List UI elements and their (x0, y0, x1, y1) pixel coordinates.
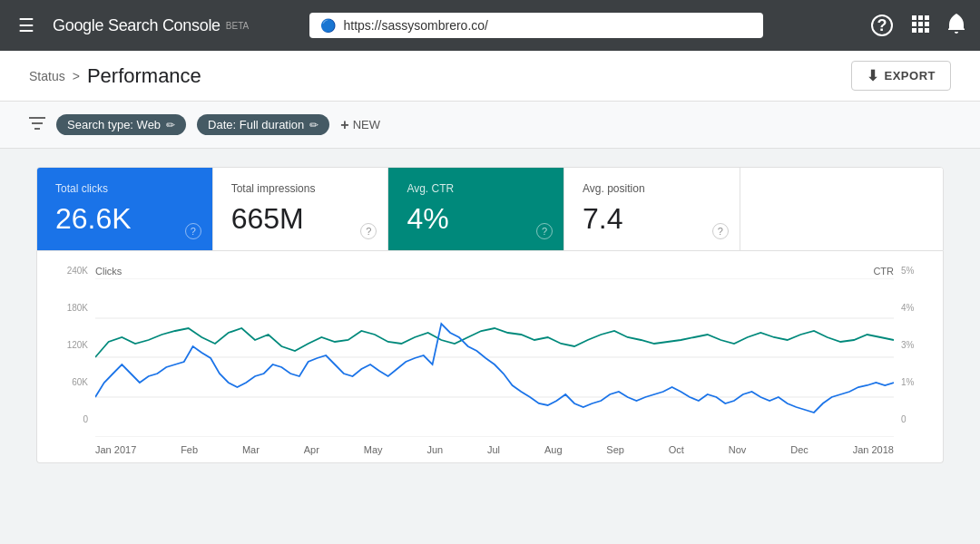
logo: Google Search ConsoleBETA (53, 16, 249, 35)
x-label-3: Apr (304, 444, 319, 455)
stat-ctr-help-icon[interactable]: ? (536, 223, 553, 239)
stat-clicks-help-icon[interactable]: ? (185, 223, 201, 239)
filter-bar: Search type: Web ✏ Date: Full duration ✏… (0, 102, 980, 149)
chart-svg (95, 278, 894, 437)
x-label-5: Jun (426, 444, 443, 455)
y-tick-left-4: 0 (83, 414, 88, 424)
y-tick-right-4: 0 (901, 414, 906, 424)
x-axis-labels: Jan 2017 Feb Mar Apr May Jun Jul Aug Sep… (95, 441, 894, 455)
svg-rect-6 (912, 28, 916, 33)
filter-chip-date[interactable]: Date: Full duration ✏ (197, 114, 329, 135)
filter-chip-date-edit-icon: ✏ (309, 119, 318, 131)
y-tick-left-1: 180K (67, 303, 88, 313)
stat-clicks-value: 26.6K (55, 202, 194, 236)
stat-card-total-clicks[interactable]: Total clicks 26.6K ? (37, 168, 213, 250)
export-icon: ⬇ (867, 67, 879, 84)
svg-rect-1 (918, 15, 923, 20)
filter-new-label: NEW (353, 118, 380, 131)
apps-icon[interactable] (911, 15, 929, 37)
ctr-line (95, 328, 894, 357)
stat-card-avg-ctr[interactable]: Avg. CTR 4% ? (388, 168, 564, 250)
search-favicon-icon: 🔵 (320, 18, 336, 33)
stat-position-value: 7.4 (583, 202, 721, 236)
y-tick-right-1: 4% (901, 303, 914, 313)
x-label-2: Mar (242, 444, 260, 455)
y-tick-right-2: 3% (901, 340, 914, 350)
export-button[interactable]: ⬇ EXPORT (851, 61, 951, 91)
filter-chip-edit-icon: ✏ (166, 119, 175, 131)
x-label-10: Nov (729, 444, 747, 455)
y-axis-left: 240K 180K 120K 60K 0 (55, 266, 92, 424)
help-icon[interactable]: ? (871, 15, 893, 36)
page-title: Performance (87, 64, 201, 88)
filter-chip-search-type[interactable]: Search type: Web ✏ (56, 114, 186, 135)
y-axis-right-label: CTR (873, 266, 894, 277)
y-tick-right-3: 1% (901, 377, 914, 387)
x-label-1: Feb (181, 444, 198, 455)
svg-rect-10 (32, 122, 43, 124)
svg-rect-9 (29, 117, 45, 119)
y-tick-right-0: 5% (901, 266, 914, 276)
filter-chip-label: Search type: Web (67, 118, 161, 131)
stat-ctr-label: Avg. CTR (407, 182, 545, 195)
chart-svg-wrapper: Clicks CTR Jan 2017 (95, 266, 894, 455)
x-label-12: Jan 2018 (853, 444, 894, 455)
svg-rect-5 (925, 22, 929, 26)
x-label-9: Oct (669, 444, 684, 455)
svg-rect-7 (918, 28, 923, 33)
breadcrumb-bar: Status > Performance ⬇ EXPORT (0, 51, 980, 102)
filter-chip-date-label: Date: Full duration (208, 118, 304, 131)
filter-new-button[interactable]: + NEW (340, 117, 380, 133)
stat-card-empty (740, 168, 943, 250)
stat-position-help-icon[interactable]: ? (712, 223, 729, 239)
notifications-icon[interactable] (947, 14, 965, 38)
stat-clicks-label: Total clicks (55, 182, 194, 195)
filter-icon[interactable] (29, 115, 45, 134)
y-axis-right: 5% 4% 3% 1% 0 (897, 266, 925, 424)
stat-ctr-value: 4% (407, 202, 545, 236)
chart-wrapper: 240K 180K 120K 60K 0 Clicks CTR (55, 266, 925, 455)
logo-beta: BETA (226, 21, 249, 31)
stat-card-avg-position[interactable]: Avg. position 7.4 ? (564, 168, 740, 250)
stats-row: Total clicks 26.6K ? Total impressions 6… (36, 167, 944, 251)
svg-rect-8 (925, 28, 929, 33)
breadcrumb-status: Status (29, 69, 65, 83)
logo-text: Google Search Console (53, 16, 220, 35)
x-label-6: Jul (487, 444, 500, 455)
stat-impressions-help-icon[interactable]: ? (360, 223, 377, 239)
filter-plus-icon: + (340, 117, 348, 133)
menu-icon[interactable]: ☰ (15, 11, 38, 40)
x-label-4: May (364, 444, 383, 455)
x-label-11: Dec (790, 444, 808, 455)
stat-card-total-impressions[interactable]: Total impressions 665M ? (213, 168, 389, 250)
breadcrumb-separator: > (73, 69, 80, 83)
x-label-7: Aug (544, 444, 563, 455)
y-tick-left-2: 120K (67, 340, 88, 350)
svg-rect-3 (912, 22, 916, 26)
svg-rect-0 (912, 15, 916, 20)
stat-impressions-label: Total impressions (231, 182, 370, 195)
export-label: EXPORT (885, 69, 936, 83)
stat-impressions-value: 665M (231, 202, 370, 236)
svg-rect-2 (925, 15, 929, 20)
svg-rect-11 (34, 128, 40, 130)
y-tick-left-3: 60K (72, 377, 88, 387)
chart-container: 240K 180K 120K 60K 0 Clicks CTR (36, 251, 944, 463)
x-label-8: Sep (606, 444, 624, 455)
y-tick-left-0: 240K (67, 266, 88, 276)
stat-position-label: Avg. position (583, 182, 721, 195)
y-axis-left-label: Clicks (95, 266, 122, 277)
header: ☰ Google Search ConsoleBETA 🔵 https://sa… (0, 0, 980, 51)
header-icons: ? (871, 14, 965, 38)
main-content: Total clicks 26.6K ? Total impressions 6… (0, 149, 980, 481)
search-bar[interactable]: 🔵 https://sassysombrero.co/ (309, 13, 763, 38)
search-url: https://sassysombrero.co/ (343, 18, 752, 33)
x-label-0: Jan 2017 (95, 444, 136, 455)
svg-rect-4 (918, 22, 923, 26)
